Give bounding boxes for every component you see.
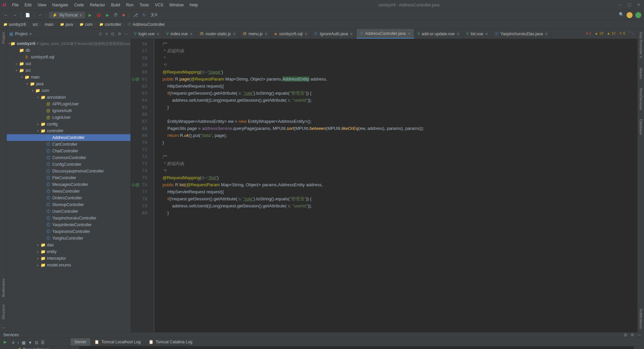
hide-panel-icon[interactable]: ─ (125, 32, 128, 36)
gear-icon[interactable]: ⚙ (631, 333, 634, 337)
reload-button[interactable]: ↻ (141, 11, 147, 19)
tab-close-icon[interactable]: × (305, 31, 307, 37)
tab-close-icon[interactable]: × (457, 31, 459, 37)
tab-close-icon[interactable]: × (408, 31, 410, 36)
hide-panel-icon[interactable]: ─ (638, 333, 641, 337)
services-tree[interactable]: ≡ ↕ ▦ ▼ ⊡ ☰ ▾⚡ Tomcat Server ▾● Running … (10, 338, 70, 349)
tree-node-dao[interactable]: ▸📁dao (7, 242, 130, 248)
database-tool-tab[interactable]: Database (638, 118, 644, 136)
tree-node-java[interactable]: ▾📁java (7, 81, 130, 87)
tree-node-storeupcontroller[interactable]: ⒸStoreupController (7, 201, 130, 208)
gear-icon[interactable]: ⚙ (118, 32, 121, 36)
coverage-button[interactable]: ▶ (105, 11, 110, 19)
bookmarks-tool-tab[interactable]: Bookmarks (1, 277, 6, 298)
tree-node-cartcontroller[interactable]: ⒸCartController (7, 141, 130, 148)
breadcrumb-item[interactable]: 📁com (79, 22, 93, 27)
stop-button[interactable]: ■ (121, 11, 126, 19)
tree-node-config[interactable]: ▸📁config (7, 121, 130, 128)
editor-tab-AddressController.java[interactable]: ⒸAddressController.java× (357, 29, 414, 39)
menu-run[interactable]: Run (123, 1, 136, 9)
maximize-icon[interactable]: ▢ (627, 2, 632, 8)
menu-window[interactable]: Window (167, 1, 186, 9)
code-with-me-icon[interactable] (635, 12, 641, 18)
notifications-tool-tab[interactable]: Notifications (638, 307, 644, 330)
breadcrumb-item[interactable]: src (33, 22, 38, 27)
breadcrumb-item[interactable]: 📁java (60, 22, 73, 27)
tree-node-ignoreauth[interactable]: @IgnoreAuth (7, 107, 130, 114)
tab-close-icon[interactable]: × (157, 31, 159, 37)
close-icon[interactable]: ✕ (636, 2, 641, 8)
run-button[interactable]: ▶ (87, 11, 93, 19)
tree-node-yaopinchurukucontroller[interactable]: ⒸYaopinchurukuController (7, 215, 130, 221)
rest-services-tool-tab[interactable]: RestServices (638, 87, 644, 111)
services-tab-tomcat-catalina-log[interactable]: 📋Tomcat Catalina Log (145, 338, 196, 346)
minimize-icon[interactable]: ─ (617, 2, 623, 8)
vcs-update-button[interactable]: ✓ (37, 11, 43, 19)
menu-vcs[interactable]: VCS (152, 1, 166, 9)
editor-tab-add-or-update.vue[interactable]: Vadd-or-update.vue× (414, 29, 463, 39)
editor-tab-list.vue[interactable]: Vlist.vue× (463, 29, 492, 39)
select-opened-file-icon[interactable]: ⊙ (99, 32, 102, 36)
user-avatar-icon[interactable] (627, 12, 633, 18)
tree-node-loginuser[interactable]: @LoginUser (7, 114, 130, 121)
editor-tab-login.vue[interactable]: Vlogin.vue× (131, 29, 163, 39)
editor-tab-YaopinchurukuDao.java[interactable]: ⒸYaopinchurukuDao.java× (492, 29, 551, 39)
inspections-widget[interactable]: ●2 ▲18 ▲12 ⚠6 ⌃⌄ (586, 31, 635, 35)
chevron-down-icon[interactable]: ▾ (30, 32, 32, 36)
debug-button[interactable]: 🐞 (95, 11, 103, 19)
tree-node-usercontroller[interactable]: ⒸUserController (7, 208, 130, 215)
tree-node-controller[interactable]: ▾📁controller (7, 128, 130, 134)
collapse-icon[interactable]: ↕ (17, 340, 19, 345)
menu-tools[interactable]: Tools (137, 1, 152, 9)
settings-icon[interactable]: ☰ (41, 340, 45, 345)
tab-close-icon[interactable]: × (545, 31, 547, 37)
line-number-gutter[interactable]: 565758596061⊙@62636465666768697071727374… (131, 39, 154, 332)
tab-close-icon[interactable]: × (350, 31, 353, 37)
tree-node-ssmbyzr6.sql[interactable]: 🗎ssmbyzr6.sql (7, 54, 130, 60)
tree-node-entity[interactable]: ▸📁entity (7, 248, 130, 255)
tree-node-discussyaopinxinxicontroller[interactable]: ⒸDiscussyaopinxinxiController (7, 168, 130, 174)
open-file-button[interactable]: 📄 (24, 11, 32, 19)
editor-tab-IgnoreAuth.java[interactable]: ⒸIgnoreAuth.java× (311, 29, 356, 39)
breadcrumb-item[interactable]: main (45, 22, 53, 27)
breadcrumb-item[interactable]: 📁controller (99, 22, 121, 27)
tree-node-commoncontroller[interactable]: ⒸCommonController (7, 154, 130, 161)
layout-icon[interactable]: ⊞ (624, 333, 627, 337)
tree-node-db[interactable]: 📁db (7, 47, 130, 54)
menu-refactor[interactable]: Refactor (87, 1, 108, 9)
chevron-icon[interactable]: ⌃⌄ (629, 31, 635, 35)
services-tree-root[interactable]: ▾⚡ Tomcat Server (10, 346, 70, 349)
tree-node-out[interactable]: ▸📁out (7, 60, 130, 67)
more-icon[interactable]: ⋯ (1, 326, 5, 330)
menu-file[interactable]: File (9, 1, 21, 9)
structure-tool-tab[interactable]: Structure (1, 303, 6, 321)
tree-node-messagescontroller[interactable]: ⒸMessagesController (7, 181, 130, 188)
tree-root[interactable]: ▾ 📁 ssmbyzr6 F:\gitee_work_2024\基于Andrio… (7, 40, 130, 47)
project-tree[interactable]: ▾ 📁 ssmbyzr6 F:\gitee_work_2024\基于Andrio… (7, 39, 130, 332)
services-tab-server[interactable]: Server (70, 338, 90, 346)
expand-all-icon[interactable]: ≡ (105, 32, 108, 36)
tree-node-com[interactable]: ▾📁com (7, 87, 130, 94)
editor-tab-index.vue[interactable]: Vindex.vue× (163, 29, 196, 39)
tab-close-icon[interactable]: × (485, 31, 488, 37)
tree-node-chatcontroller[interactable]: ⒸChatController (7, 148, 130, 154)
tree-node-yaopinxinxicontroller[interactable]: ⒸYaopinxinxiController (7, 228, 130, 235)
profile-button[interactable]: ⏱ (112, 11, 119, 19)
translate-button[interactable]: 文A (149, 11, 159, 19)
tree-node-newscontroller[interactable]: ⒸNewsController (7, 188, 130, 195)
tree-node-annotation[interactable]: ▾📁annotation (7, 94, 130, 101)
menu-edit[interactable]: Edit (22, 1, 34, 9)
forward-button[interactable]: → (11, 11, 18, 19)
menu-navigate[interactable]: Navigate (50, 1, 71, 9)
expand-icon[interactable]: ≡ (12, 340, 14, 345)
menu-code[interactable]: Code (71, 1, 87, 9)
tree-node-apploginuser[interactable]: @APPLoginUser (7, 101, 130, 107)
run-icon[interactable]: ▶ (4, 340, 7, 344)
tree-node-yonghucontroller[interactable]: ⒸYonghuController (7, 235, 130, 242)
project-tool-tab[interactable]: Project (1, 31, 6, 45)
group-icon[interactable]: ▦ (22, 340, 25, 345)
search-icon[interactable]: 🔍 (619, 12, 624, 18)
breadcrumb-item[interactable]: 📁ssmbyzr6 (3, 22, 26, 27)
git-button[interactable]: ⎇ (132, 11, 139, 19)
tree-node-filecontroller[interactable]: ⒸFileController (7, 174, 130, 181)
